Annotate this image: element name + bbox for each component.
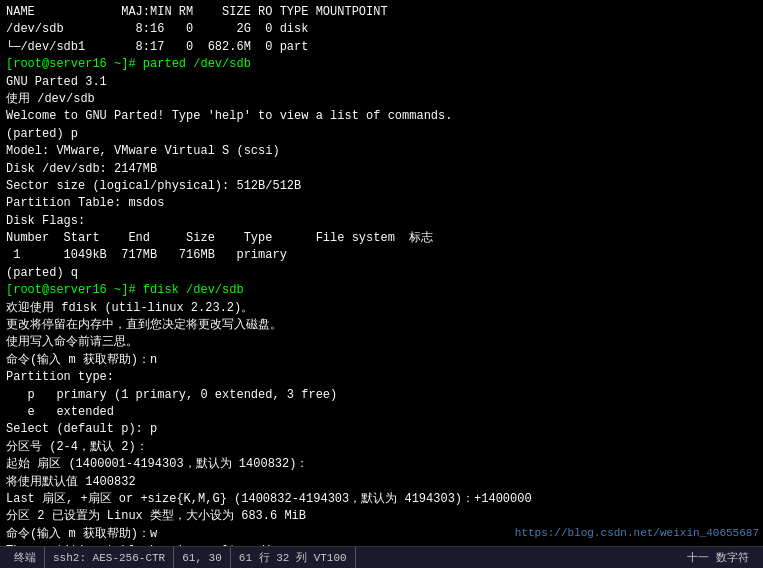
- terminal-line: 命令(输入 m 获取帮助)：n: [6, 352, 757, 369]
- terminal-line: (parted) q: [6, 265, 757, 282]
- terminal-line: Disk /dev/sdb: 2147MB: [6, 161, 757, 178]
- terminal-line: e extended: [6, 404, 757, 421]
- terminal-line: Sector size (logical/physical): 512B/512…: [6, 178, 757, 195]
- status-position: 61, 30: [174, 547, 231, 568]
- terminal-line: 起始 扇区 (1400001-4194303，默认为 1400832)：: [6, 456, 757, 473]
- terminal-line: Select (default p): p: [6, 421, 757, 438]
- terminal-line: 更改将停留在内存中，直到您决定将更改写入磁盘。: [6, 317, 757, 334]
- terminal-line: NAME MAJ:MIN RM SIZE RO TYPE MOUNTPOINT: [6, 4, 757, 21]
- terminal-line: p primary (1 primary, 0 extended, 3 free…: [6, 387, 757, 404]
- terminal-line: GNU Parted 3.1: [6, 74, 757, 91]
- terminal-line: Number Start End Size Type File system 标…: [6, 230, 757, 247]
- terminal-line: Partition type:: [6, 369, 757, 386]
- terminal-line: 使用 /dev/sdb: [6, 91, 757, 108]
- terminal-window: NAME MAJ:MIN RM SIZE RO TYPE MOUNTPOINT/…: [0, 0, 763, 568]
- terminal-line: 使用写入命令前请三思。: [6, 334, 757, 351]
- terminal-line: └─/dev/sdb1 8:17 0 682.6M 0 part: [6, 39, 757, 56]
- terminal-line: 将使用默认值 1400832: [6, 474, 757, 491]
- status-ssh: ssh2: AES-256-CTR: [45, 547, 174, 568]
- terminal-line: (parted) p: [6, 126, 757, 143]
- terminal-line: Welcome to GNU Parted! Type 'help' to vi…: [6, 108, 757, 125]
- status-terminal-label: 终端: [6, 547, 45, 568]
- terminal-line: 分区 2 已设置为 Linux 类型，大小设为 683.6 MiB: [6, 508, 757, 525]
- terminal-line: Disk Flags:: [6, 213, 757, 230]
- terminal-line: Last 扇区, +扇区 or +size{K,M,G} (1400832-41…: [6, 491, 757, 508]
- watermark: https://blog.csdn.net/weixin_40655687: [511, 526, 763, 540]
- terminal-line: [root@server16 ~]# parted /dev/sdb: [6, 56, 757, 73]
- terminal-line: [root@server16 ~]# fdisk /dev/sdb: [6, 282, 757, 299]
- terminal-content[interactable]: NAME MAJ:MIN RM SIZE RO TYPE MOUNTPOINT/…: [0, 0, 763, 546]
- terminal-line: 欢迎使用 fdisk (util-linux 2.23.2)。: [6, 300, 757, 317]
- terminal-line: 1 1049kB 717MB 716MB primary: [6, 247, 757, 264]
- status-bar: 终端 ssh2: AES-256-CTR 61, 30 61 行 32 列 VT…: [0, 546, 763, 568]
- status-encoding: 十一 数字符: [679, 547, 757, 568]
- terminal-line: Model: VMware, VMware Virtual S (scsi): [6, 143, 757, 160]
- terminal-line: Partition Table: msdos: [6, 195, 757, 212]
- terminal-line: /dev/sdb 8:16 0 2G 0 disk: [6, 21, 757, 38]
- status-terminal-info: 61 行 32 列 VT100: [231, 547, 356, 568]
- terminal-line: 分区号 (2-4，默认 2)：: [6, 439, 757, 456]
